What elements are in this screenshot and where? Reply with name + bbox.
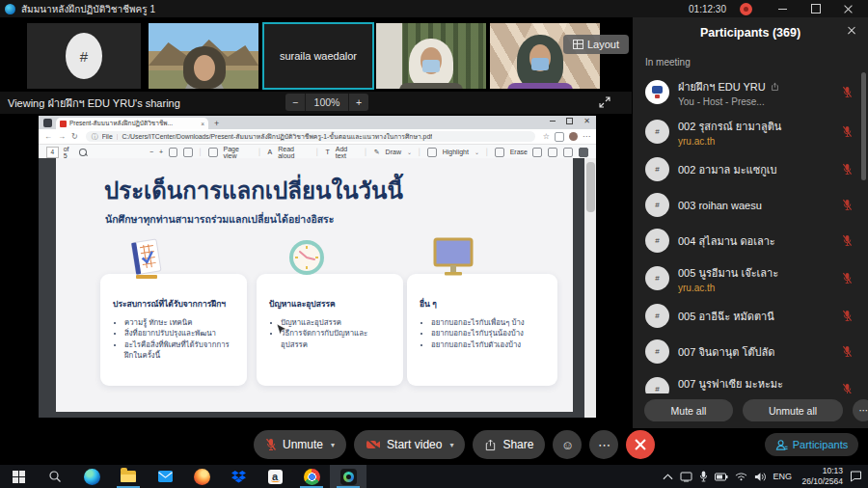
participant-row[interactable]: ฝ่ายฝึกฯ EDU YRU You - Host - Prese... [633, 72, 861, 112]
taskbar-dropbox-button[interactable] [220, 465, 257, 488]
mute-all-button[interactable]: Mute all [644, 399, 733, 421]
taskbar-amazon-button[interactable]: a [257, 465, 293, 488]
participants-toggle-button[interactable]: Participants [765, 433, 858, 456]
maximize-button[interactable] [802, 1, 831, 16]
chevron-down-icon[interactable]: ▾ [449, 441, 453, 449]
taskbar-edge-button[interactable] [73, 465, 110, 488]
action-center-icon[interactable] [850, 471, 862, 482]
pdf-zoom-out-icon[interactable]: − [149, 149, 153, 155]
zoom-out-button[interactable]: − [285, 94, 306, 111]
panel-more-button[interactable]: ⋯ [853, 399, 868, 421]
language-indicator[interactable]: ENG [773, 472, 792, 481]
page-number-input[interactable]: 4 [46, 147, 59, 158]
avatar: # [645, 266, 669, 290]
cast-display-icon[interactable] [680, 472, 692, 482]
highlight-icon[interactable] [427, 148, 436, 157]
unmute-button[interactable]: Unmute ▾ [254, 430, 346, 459]
favorites-star-icon[interactable]: ☆ [543, 132, 550, 141]
highlight-caret-icon[interactable]: ⌄ [475, 149, 479, 155]
page-view-label[interactable]: Page view [224, 146, 253, 159]
browser-tab[interactable]: Present-สัมมนาหลังฝึกปฏิบัติวิชาชีพ... × [56, 118, 208, 129]
avatar: # [645, 229, 669, 253]
save-as-icon[interactable] [563, 148, 573, 157]
draw-label[interactable]: Draw [386, 149, 401, 155]
participant-row[interactable]: # 004 สุไลมาน ดอเลาะ [633, 223, 861, 258]
close-tab-icon[interactable]: × [201, 121, 204, 127]
participant-row[interactable]: # 007 จินดานุต โต๊ปลัด [633, 334, 861, 369]
collections-icon[interactable] [555, 132, 564, 142]
participant-row[interactable]: # 005 อาอีฉ๊ะ หมัดตานี [633, 298, 861, 334]
chevron-down-icon[interactable]: ▾ [331, 441, 335, 449]
battery-icon[interactable] [715, 473, 728, 481]
new-tab-button[interactable]: + [214, 119, 219, 128]
reactions-button[interactable]: ☺ [553, 430, 582, 459]
participant-row[interactable]: # 002 อามาล มะแซกูเบ [633, 151, 861, 187]
calendar-icon [125, 237, 166, 282]
expand-share-icon[interactable] [599, 96, 610, 108]
draw-caret-icon[interactable]: ⌄ [407, 149, 412, 155]
taskbar-webex-button[interactable] [330, 465, 366, 488]
refresh-icon[interactable]: ↻ [71, 132, 78, 141]
tray-chevron-up-icon[interactable] [663, 473, 673, 480]
url-field[interactable]: ⓘ File | C:/Users/ITCenter/Downloads/Pre… [86, 131, 535, 142]
save-icon[interactable] [548, 148, 557, 157]
read-aloud-label[interactable]: Read aloud [278, 146, 310, 159]
layout-button[interactable]: Layout [563, 35, 629, 54]
minimize-button[interactable] [770, 1, 799, 16]
panel-scrollbar-thumb[interactable] [861, 72, 866, 180]
taskbar-firefox-button[interactable] [183, 465, 220, 488]
tab-search-icon[interactable] [43, 119, 52, 127]
video-thumbnail-active-speaker[interactable]: suraila waedalor [262, 22, 374, 90]
video-thumbnail-1[interactable]: # [27, 23, 141, 89]
back-icon[interactable]: ← [44, 132, 52, 141]
participant-row[interactable]: # 005 นูรอีมาน เจ๊ะเลาะ yru.ac.th [633, 258, 861, 298]
pdf-scrollbar-thumb[interactable] [586, 162, 595, 212]
highlight-label[interactable]: Highlight [443, 149, 469, 155]
settings-more-icon[interactable]: ⋯ [583, 132, 590, 141]
erase-icon[interactable] [495, 148, 503, 157]
erase-label[interactable]: Erase [510, 149, 528, 155]
close-window-button[interactable] [835, 1, 864, 16]
forward-icon[interactable]: → [58, 132, 66, 141]
wifi-icon[interactable] [735, 472, 747, 481]
taskbar-mail-button[interactable] [147, 465, 183, 488]
print-icon[interactable] [532, 148, 542, 157]
pdf-scrollbar[interactable] [584, 158, 596, 418]
video-thumbnail-4[interactable] [376, 23, 486, 89]
leave-meeting-button[interactable] [626, 430, 655, 459]
participant-row[interactable]: # 002 รุสกรณ์ ยามาลูติน yru.ac.th [633, 112, 861, 151]
recording-indicator-icon[interactable] [740, 3, 752, 15]
taskbar-search-button[interactable] [37, 465, 73, 488]
speaker-icon[interactable] [754, 472, 766, 482]
rotate-icon[interactable] [169, 148, 177, 157]
profile-avatar-icon[interactable] [569, 132, 578, 141]
browser-minimize-icon[interactable] [550, 121, 556, 122]
page-info-icon[interactable]: ⓘ [92, 132, 98, 142]
add-text-label[interactable]: Add text [336, 146, 359, 159]
toolbar-divider: │ [418, 149, 421, 155]
page-view-icon[interactable] [208, 148, 217, 157]
tray-mic-icon[interactable] [699, 471, 708, 482]
browser-maximize-icon[interactable] [566, 118, 573, 124]
taskbar-clock[interactable]: 10:13 26/10/2564 [799, 466, 843, 486]
share-button[interactable]: Share [473, 430, 545, 459]
pdf-zoom-in-icon[interactable]: + [159, 149, 163, 155]
close-panel-icon[interactable] [845, 24, 858, 38]
fit-page-icon[interactable] [183, 148, 192, 157]
taskbar-chrome-button[interactable] [293, 465, 330, 488]
zoom-in-button[interactable]: + [349, 94, 368, 111]
pdf-search-icon[interactable] [79, 149, 87, 156]
participant-row[interactable]: # 007 นูรฟาเซีย มะหะมะ yru.ac.th [633, 369, 861, 393]
pin-toolbar-icon[interactable] [579, 148, 588, 157]
taskbar-explorer-button[interactable] [110, 465, 147, 488]
video-thumbnail-2[interactable] [149, 23, 258, 89]
browser-close-icon[interactable]: ✕ [583, 119, 590, 124]
card-heading: ประสบการณ์ที่ได้รับจากการฝึกฯ [113, 297, 236, 311]
avatar: # [645, 120, 669, 144]
video-thumbnail-5[interactable] [490, 23, 600, 89]
start-button[interactable] [0, 465, 37, 488]
participant-row[interactable]: # 003 roihan waesu [633, 187, 861, 223]
unmute-all-button[interactable]: Unmute all [743, 399, 843, 421]
start-video-button[interactable]: Start video ▾ [354, 430, 465, 459]
more-options-button[interactable]: ⋯ [589, 430, 618, 459]
